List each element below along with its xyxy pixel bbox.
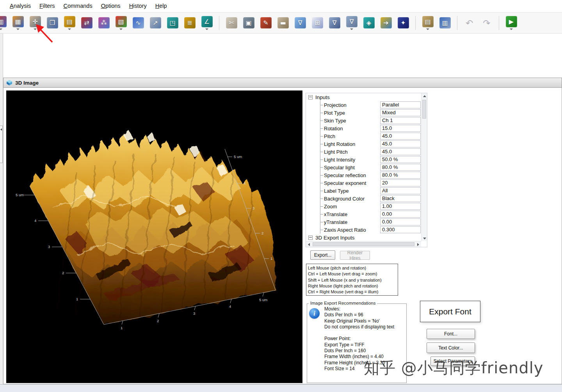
prop-value-light-rotation[interactable]: 45.0 (380, 140, 421, 147)
color-matrix-icon[interactable]: ▦ (11, 14, 25, 32)
texture-pattern-icon[interactable]: ▤ (420, 14, 435, 32)
prop-value-pitch[interactable]: 45.0 (380, 133, 421, 140)
surface-box-icon[interactable]: ◳ (165, 14, 180, 32)
prop-value-background-color[interactable]: Black (380, 195, 421, 202)
prop-value-zaxis-aspect-ratio[interactable]: 0.300 (380, 226, 421, 233)
step-profile-icon[interactable]: ∿ (131, 14, 146, 32)
menu-analysis[interactable]: Analysis (5, 1, 35, 11)
export-inputs-group-row: 3D Export Inputs (306, 234, 427, 241)
svg-text:4: 4 (244, 181, 245, 185)
prop-value-light-pitch[interactable]: 45.0 (380, 148, 421, 155)
dropdown-chevron-icon[interactable] (16, 28, 20, 30)
redo-icon[interactable]: ↷ (479, 14, 494, 32)
measure-icon[interactable]: ∠ (199, 14, 214, 32)
run-sequence-icon[interactable]: ▶ (504, 14, 519, 32)
prop-value-ytranslate[interactable]: 0.00 (380, 218, 421, 225)
tree-branch (306, 132, 324, 140)
math-calc-icon[interactable]: ⊞ (310, 14, 325, 32)
font-button[interactable]: Font... (427, 329, 475, 339)
vertical-scroll-thumb[interactable] (422, 100, 426, 119)
axis-arrows-icon[interactable]: ↗ (148, 14, 163, 32)
export-button[interactable]: Export... (310, 250, 335, 260)
prop-value-specular-exponent[interactable]: 20 (380, 179, 421, 186)
clipped-left-icon[interactable]: ▥ (0, 14, 8, 32)
paint-roller-icon[interactable]: ▬ (276, 14, 290, 32)
prop-label-plot-type: Plot Type (324, 110, 345, 116)
svg-text:1: 1 (270, 256, 272, 261)
translate-tool-icon[interactable]: ✛ (28, 14, 43, 32)
color-palette-icon[interactable]: ▧ (114, 14, 128, 32)
prop-value-label-type[interactable]: All (380, 187, 421, 194)
prop-value-zoom[interactable]: 1.00 (380, 203, 421, 210)
scroll-down-icon[interactable] (422, 236, 427, 241)
prop-value-specular-light[interactable]: 80.0 % (380, 164, 421, 171)
crop-icon[interactable]: ▣ (241, 14, 256, 32)
height-ruler-icon[interactable]: ▤ (62, 14, 77, 32)
prop-value-rotation[interactable]: 15.0 (380, 125, 421, 132)
collapsed-panel-tab[interactable] (0, 126, 3, 163)
extract-layer-icon[interactable]: ❐ (45, 14, 60, 32)
prop-value-xtranslate[interactable]: 0.00 (380, 211, 421, 218)
3d-view[interactable]: 5 um 4 3 2 1 1 2 3 4 5 um 1 2 3 4 5 um (6, 90, 302, 383)
dropdown-chevron-icon[interactable] (34, 28, 37, 30)
prop-row-zaxis-aspect-ratio: Zaxis Aspect Ratio0.300 (306, 226, 427, 234)
text-color-button[interactable]: Text Color... (427, 342, 475, 353)
dropdown-chevron-icon[interactable] (119, 28, 123, 30)
menu-options[interactable]: Options (97, 1, 125, 11)
prop-value-light-intensity[interactable]: 50.0 % (380, 156, 421, 163)
lens-icon[interactable]: ◈ (361, 14, 376, 32)
mouse-help-line: Ctrl + Right Mouse (vert drag = illum) (308, 289, 398, 295)
inspector-vertical-scrollbar[interactable] (421, 93, 427, 241)
dual-view-icon[interactable]: ▥ (438, 14, 452, 32)
collapse-inputs-icon[interactable] (308, 95, 313, 99)
scalpel-icon[interactable]: ✄ (224, 14, 239, 32)
prop-label-specular-reflection: Specular reflection (324, 172, 366, 178)
scatter-3d-icon[interactable]: ⁂ (96, 14, 111, 32)
collapse-export-inputs-icon[interactable] (308, 236, 313, 240)
prop-row-specular-reflection: Specular reflection80.0 % (306, 171, 427, 179)
prop-value-plot-type[interactable]: Mixed (380, 109, 421, 116)
prop-value-specular-reflection[interactable]: 80.0 % (380, 172, 421, 179)
tree-branch (306, 148, 324, 156)
menu-commands[interactable]: Commands (59, 1, 96, 11)
filter-box-icon[interactable]: ∇ (327, 14, 342, 32)
dropdown-chevron-icon[interactable] (350, 28, 353, 30)
menu-history[interactable]: History (125, 1, 151, 11)
filter-grid-icon[interactable]: ∇ (344, 14, 359, 32)
copy-channel-icon[interactable]: ⇄ (79, 14, 94, 32)
prop-row-skin-type: Skin TypeCh 1 (306, 117, 427, 124)
prop-label-light-pitch: Light Pitch (324, 149, 348, 155)
fft-icon[interactable]: ✦ (396, 14, 411, 32)
prop-label-zoom: Zoom (324, 204, 337, 209)
menu-filters[interactable]: Filters (35, 1, 59, 11)
pencil-erase-icon[interactable]: ✎ (258, 14, 273, 32)
dropdown-chevron-icon[interactable] (68, 28, 71, 30)
filter-a-icon[interactable]: ∇ (293, 14, 308, 32)
export-surface-icon[interactable]: ➔ (379, 14, 393, 32)
scroll-up-icon[interactable] (422, 93, 427, 99)
menu-help[interactable]: Help (151, 1, 171, 11)
inputs-group-label: Inputs (315, 94, 330, 100)
prop-value-projection[interactable]: Parallel (380, 101, 421, 108)
inspector-horizontal-scrollbar[interactable] (306, 241, 421, 247)
prop-value-skin-type[interactable]: Ch 1 (380, 117, 421, 124)
dropdown-chevron-icon[interactable] (510, 28, 513, 30)
horizontal-scroll-thumb[interactable] (313, 242, 414, 246)
tree-branch (306, 101, 324, 109)
svg-text:1: 1 (76, 297, 78, 301)
undo-icon[interactable]: ↶ (462, 14, 477, 32)
dropdown-chevron-icon[interactable] (0, 28, 2, 30)
window-title-bar[interactable]: 3D Image (3, 78, 562, 88)
prop-row-background-color: Background ColorBlack (306, 195, 427, 202)
scroll-left-icon[interactable] (306, 241, 312, 247)
recommendation-line: Power Point: (324, 336, 405, 342)
watermark: 知乎 @小马同学friendly (364, 357, 544, 379)
render-hires-button[interactable]: Render Hires (340, 251, 370, 260)
prop-row-pitch: Pitch45.0 (306, 132, 427, 140)
tree-branch (306, 226, 324, 234)
z-scale-icon[interactable]: ≣ (182, 14, 197, 32)
tree-branch (306, 218, 324, 226)
dropdown-chevron-icon[interactable] (205, 28, 208, 30)
scroll-right-icon[interactable] (415, 241, 421, 247)
dropdown-chevron-icon[interactable] (426, 28, 429, 30)
